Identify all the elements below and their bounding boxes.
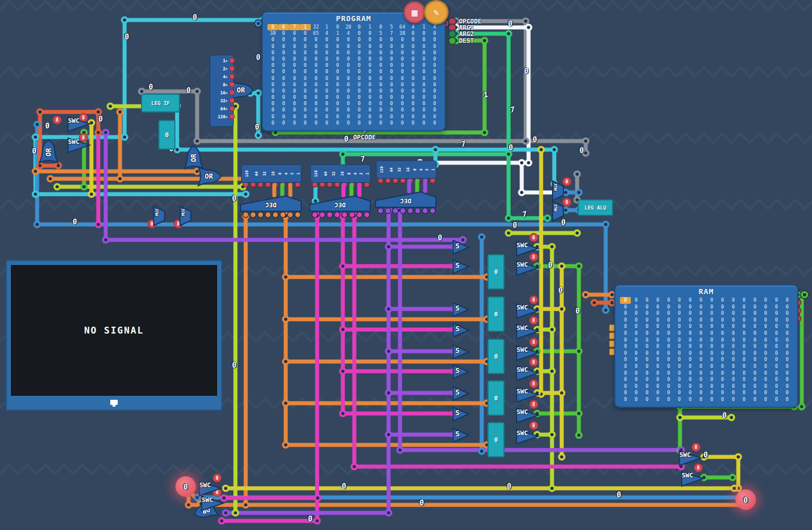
memory-cell: 0 bbox=[386, 56, 397, 62]
dec-decoder[interactable]: DEC bbox=[240, 195, 302, 212]
register-box[interactable]: 0 bbox=[487, 254, 505, 290]
mux-gate[interactable]: MUX bbox=[552, 180, 565, 201]
memory-cell: 0 bbox=[407, 88, 418, 94]
byte-splitter[interactable]: 1▸2▸4▸8▸16▸32▸64▸128▸ bbox=[210, 55, 234, 127]
swc-switch[interactable]: SWC bbox=[679, 449, 703, 467]
s-gate[interactable]: S bbox=[453, 364, 470, 379]
splitter-pin[interactable] bbox=[229, 74, 235, 79]
register-box[interactable]: 0 bbox=[487, 339, 505, 374]
wire-value-label: 0 bbox=[574, 306, 581, 315]
monitor-display[interactable]: NO SIGNAL bbox=[6, 260, 222, 411]
swc-switch[interactable]: SWC bbox=[201, 495, 225, 512]
swc-switch[interactable]: SWC bbox=[516, 323, 540, 340]
memory-cell: 0 bbox=[620, 363, 631, 370]
splitter-pin[interactable] bbox=[229, 90, 235, 95]
swc-switch[interactable]: SWC bbox=[67, 136, 91, 154]
memory-cell: 0 bbox=[663, 396, 674, 403]
or-gate[interactable]: OR bbox=[197, 166, 223, 187]
splitter-pin[interactable] bbox=[229, 58, 235, 63]
splitter-pin[interactable] bbox=[229, 114, 235, 119]
dec-bit-label: 4 bbox=[353, 172, 358, 175]
register-box[interactable]: 0 bbox=[487, 296, 505, 332]
output-knob[interactable]: 0 bbox=[175, 476, 196, 497]
swc-switch[interactable]: SWC bbox=[516, 407, 540, 424]
mux-gate[interactable]: MUX bbox=[552, 201, 565, 222]
io-port-dest[interactable]: DEST bbox=[448, 37, 474, 45]
register-box[interactable]: 0 bbox=[487, 380, 505, 416]
dec-bit-header[interactable]: 1286432168421 bbox=[241, 164, 302, 183]
s-gate[interactable]: S bbox=[453, 407, 470, 421]
memory-cell: 0 bbox=[267, 50, 278, 56]
memory-cell: 0 bbox=[365, 107, 375, 113]
memory-cell: 0 bbox=[278, 75, 289, 82]
memory-cell: 0 bbox=[289, 69, 300, 75]
dec-decoder[interactable]: DEC bbox=[309, 195, 371, 212]
s-gate[interactable]: S bbox=[453, 344, 470, 359]
memory-cell: 0 bbox=[365, 56, 375, 62]
memory-cell: 0 bbox=[653, 310, 663, 317]
swc-switch[interactable]: SWC bbox=[516, 364, 540, 382]
swc-switch[interactable]: SWC bbox=[681, 470, 705, 487]
s-gate[interactable]: S bbox=[453, 302, 470, 317]
memory-cell: 0 bbox=[278, 37, 289, 43]
dec-bit-header[interactable]: 1286432168421 bbox=[376, 160, 437, 179]
swc-switch[interactable]: SWC bbox=[516, 259, 540, 276]
memory-cell: 0 bbox=[407, 94, 418, 101]
output-knob[interactable]: 0 bbox=[735, 489, 756, 510]
memory-cell: 0 bbox=[278, 24, 289, 30]
dec-decoder[interactable]: DEC bbox=[375, 191, 437, 208]
memory-cell: 0 bbox=[728, 343, 739, 350]
memory-cell: 0 bbox=[375, 50, 386, 56]
swc-switch[interactable]: SWC bbox=[516, 302, 540, 319]
swc-switch[interactable]: SWC bbox=[516, 344, 540, 362]
wire-value-label: 7 bbox=[509, 105, 515, 114]
circuit-canvas[interactable]: 0000000000000000000000000000000001177778… bbox=[0, 0, 812, 530]
swc-switch[interactable]: SWC bbox=[516, 428, 540, 445]
mux-gate[interactable]: MUX bbox=[179, 206, 192, 226]
wire-value-label: 0 bbox=[506, 481, 512, 491]
memory-cell: 0 bbox=[750, 383, 761, 390]
component-leg-alu[interactable]: LEG ALU bbox=[578, 199, 613, 216]
memory-cell: 0 bbox=[653, 376, 663, 383]
splitter-pin[interactable] bbox=[229, 82, 235, 87]
splitter-pin[interactable] bbox=[229, 106, 235, 111]
memory-cell: 0 bbox=[354, 30, 365, 37]
mux-gate[interactable]: MUX bbox=[153, 206, 166, 226]
s-gate[interactable]: S bbox=[453, 240, 470, 255]
register-box[interactable]: 0 bbox=[487, 422, 505, 457]
io-pin[interactable] bbox=[448, 37, 457, 45]
memory-cell: 0 bbox=[267, 75, 278, 82]
memory-cell: 0 bbox=[782, 304, 793, 311]
component-leg-if[interactable]: LEG IF bbox=[141, 94, 180, 113]
swc-switch[interactable]: SWC bbox=[516, 386, 540, 403]
s-gate[interactable]: S bbox=[453, 386, 470, 401]
s-gate[interactable]: S bbox=[453, 323, 470, 338]
memory-cell: 0 bbox=[631, 330, 642, 337]
memory-cell: 0 bbox=[739, 304, 750, 311]
ram-panel[interactable]: RAM 000000000000000000000000000000000000… bbox=[614, 284, 798, 408]
splitter-pin[interactable] bbox=[229, 98, 235, 103]
or-gate[interactable]: OR bbox=[38, 138, 59, 164]
program-memory-panel[interactable]: PROGRAM 00713210200105644143800065414005… bbox=[262, 11, 446, 131]
swc-switch[interactable]: SWC bbox=[516, 240, 540, 257]
wire-value-label: 0 bbox=[185, 86, 191, 95]
s-gate[interactable]: S bbox=[453, 259, 470, 274]
memory-cell: 0 bbox=[695, 317, 706, 324]
s-gate[interactable]: S bbox=[453, 428, 470, 443]
dec-bit-header[interactable]: 1286432168421 bbox=[310, 164, 371, 183]
memory-view-button[interactable]: ▦ bbox=[403, 1, 426, 23]
memory-cell: 0 bbox=[278, 101, 289, 107]
edit-button[interactable]: ✎ bbox=[424, 0, 449, 25]
memory-cell: 0 bbox=[674, 330, 685, 337]
memory-cell: 0 bbox=[663, 310, 674, 317]
splitter-bit-label: 4▸ bbox=[223, 74, 228, 79]
swc-switch[interactable]: SWC bbox=[67, 115, 91, 132]
memory-cell: 1 bbox=[418, 24, 429, 30]
memory-cell: 0 bbox=[739, 356, 750, 363]
splitter-pin[interactable] bbox=[229, 66, 235, 71]
memory-cell: 0 bbox=[620, 390, 631, 396]
component-0[interactable]: 0 bbox=[158, 120, 175, 150]
memory-cell: 0 bbox=[407, 120, 418, 126]
memory-cell: 0 bbox=[278, 30, 289, 37]
memory-cell: 0 bbox=[706, 383, 717, 390]
